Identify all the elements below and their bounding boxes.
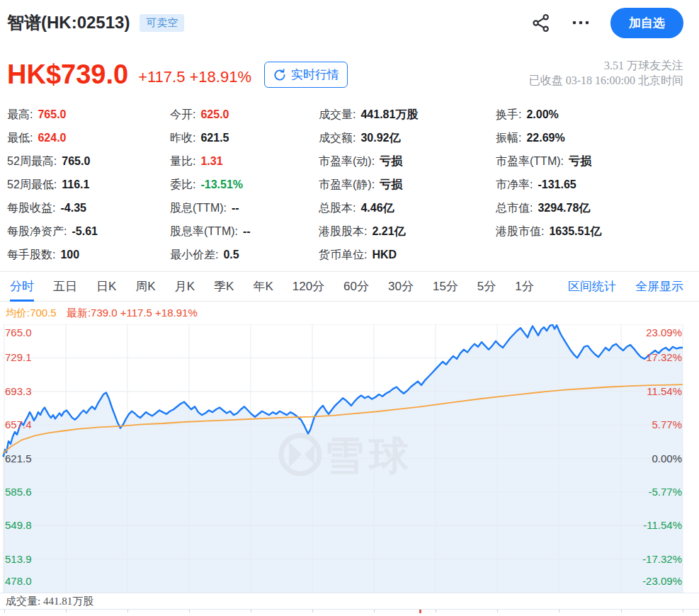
stat-row: 最小价差:0.5 <box>170 243 319 266</box>
stat-row: 最高:765.0 <box>7 103 170 126</box>
tab-30分[interactable]: 30分 <box>388 272 414 302</box>
axis-tick <box>312 610 313 612</box>
stat-row: 港股股本:2.21亿 <box>319 219 496 243</box>
stat-label: 港股股本: <box>319 225 367 237</box>
stat-value: -- <box>243 225 251 237</box>
stat-value: 100 <box>60 249 79 261</box>
stat-row: 最低:624.0 <box>7 126 170 149</box>
stat-value: 1.31 <box>200 155 222 167</box>
price-axis-label: 765.0 <box>5 326 32 339</box>
stat-row: 昨收:621.5 <box>170 126 319 149</box>
tab-季K[interactable]: 季K <box>214 272 234 302</box>
stat-label: 昨收: <box>170 132 195 144</box>
quote-header: 智谱(HK:02513) 可卖空 加自选 HK$739.0 +117.5 +18… <box>0 0 699 266</box>
stat-value: 2.21亿 <box>372 225 405 237</box>
price-change: +117.5 +18.91% <box>138 68 251 88</box>
price-axis-label: 478.0 <box>5 574 32 588</box>
chart-period-tabbar: 分时五日日K周K月K季K年K120分60分30分15分5分1分 区间统计全屏显示 <box>0 271 699 302</box>
stat-label: 股息率(TTM): <box>170 225 238 237</box>
price-axis-label: 693.3 <box>5 384 32 398</box>
stats-grid: 最高:765.0最低:624.052周最高:765.052周最低:116.1每股… <box>7 103 683 266</box>
stat-value: 亏损 <box>380 155 402 167</box>
price-axis-label: 729.1 <box>5 350 32 364</box>
period-tabs: 分时五日日K周K月K季K年K120分60分30分15分5分1分 <box>10 272 534 302</box>
axis-tick <box>436 610 436 612</box>
share-icon[interactable] <box>532 13 551 33</box>
intraday-chart-canvas[interactable]: 雪球 <box>0 324 699 593</box>
percent-axis-label: -5.77% <box>648 485 682 498</box>
volume-pane-header: 成交量: 441.81万股 <box>0 593 699 610</box>
stats-column: 最高:765.0最低:624.052周最高:765.052周最低:116.1每股… <box>7 103 170 266</box>
stat-row: 每股净资产:-5.61 <box>7 219 170 243</box>
stat-row: 成交额:30.92亿 <box>319 126 496 149</box>
stat-label: 最低: <box>7 132 33 144</box>
stat-value: -13.51% <box>200 178 243 190</box>
stat-label: 市盈率(动): <box>319 155 375 167</box>
stat-value: 22.69% <box>526 132 564 144</box>
stat-label: 成交量: <box>319 108 356 120</box>
tab-周K[interactable]: 周K <box>135 272 155 302</box>
chart-legend: 均价:700.5 最新:739.0 +117.5 +18.91% <box>0 302 699 324</box>
stat-value: HKD <box>372 249 397 261</box>
stats-column: 成交量:441.81万股成交额:30.92亿市盈率(动):亏损市盈率(静):亏损… <box>319 103 496 266</box>
stat-label: 总股本: <box>319 202 356 214</box>
tab-5分[interactable]: 5分 <box>477 272 496 302</box>
link-区间统计[interactable]: 区间统计 <box>568 278 616 295</box>
stat-row: 52周最低:116.1 <box>7 173 170 196</box>
stat-row: 每手股数:100 <box>7 243 170 266</box>
stat-label: 成交额: <box>319 132 356 144</box>
watermark-text: 雪球 <box>324 433 414 478</box>
axis-tick <box>374 610 375 612</box>
axis-tick <box>683 610 683 612</box>
price-axis-label: 513.9 <box>5 552 32 566</box>
stat-row: 换手:2.00% <box>496 103 683 126</box>
stat-label: 每股收益: <box>7 202 55 214</box>
stat-value: 2.00% <box>526 108 558 120</box>
tab-60分[interactable]: 60分 <box>343 272 369 302</box>
stat-label: 52周最高: <box>7 155 57 167</box>
realtime-quote-button[interactable]: 实时行情 <box>264 62 348 88</box>
stat-value: -- <box>232 202 239 214</box>
axis-tick <box>4 610 5 612</box>
tab-1分[interactable]: 1分 <box>515 272 533 302</box>
tab-15分[interactable]: 15分 <box>433 272 458 302</box>
stat-value: 116.1 <box>62 178 89 190</box>
axis-tick <box>251 610 251 612</box>
tab-年K[interactable]: 年K <box>253 272 273 302</box>
price-axis-label: 585.6 <box>5 485 32 498</box>
stat-value: 624.0 <box>38 132 66 144</box>
time-axis-ticks <box>0 610 699 613</box>
axis-tick <box>621 610 622 612</box>
link-全屏显示[interactable]: 全屏显示 <box>635 278 683 295</box>
stat-row: 市净率:-131.65 <box>496 173 683 196</box>
tab-日K[interactable]: 日K <box>96 272 116 302</box>
more-options-icon[interactable] <box>571 14 591 31</box>
add-watchlist-button[interactable]: 加自选 <box>610 8 683 38</box>
intraday-chart[interactable]: 雪球 765.0729.1693.3657.4621.5585.6549.851… <box>0 324 699 593</box>
stat-label: 每手股数: <box>7 249 55 261</box>
chart-tools: 区间统计全屏显示 <box>568 278 683 295</box>
price-axis-label: 657.4 <box>5 418 32 431</box>
stat-value: 621.5 <box>200 132 229 144</box>
tab-120分[interactable]: 120分 <box>292 272 324 302</box>
tab-分时[interactable]: 分时 <box>10 272 34 302</box>
tab-月K[interactable]: 月K <box>175 272 195 302</box>
followers-count: 3.51 万球友关注 <box>529 58 683 73</box>
stat-row: 总市值:3294.78亿 <box>496 196 683 219</box>
stat-row: 委比:-13.51% <box>170 173 319 196</box>
stat-row: 量比:1.31 <box>170 149 319 173</box>
stat-label: 市净率: <box>496 178 533 190</box>
axis-tick <box>189 610 190 612</box>
tab-五日[interactable]: 五日 <box>53 272 77 302</box>
stat-label: 总市值: <box>496 202 533 214</box>
stat-row: 货币单位:HKD <box>319 243 496 266</box>
stat-row: 市盈率(动):亏损 <box>319 149 496 173</box>
percent-axis-label: 11.54% <box>647 384 682 398</box>
stat-value: 1635.51亿 <box>549 225 601 237</box>
refresh-icon <box>273 68 287 82</box>
stat-label: 量比: <box>170 155 195 167</box>
stat-label: 最高: <box>7 108 33 120</box>
stat-row: 52周最高:765.0 <box>7 149 170 173</box>
stat-label: 振幅: <box>496 132 521 144</box>
axis-tick <box>559 610 559 612</box>
